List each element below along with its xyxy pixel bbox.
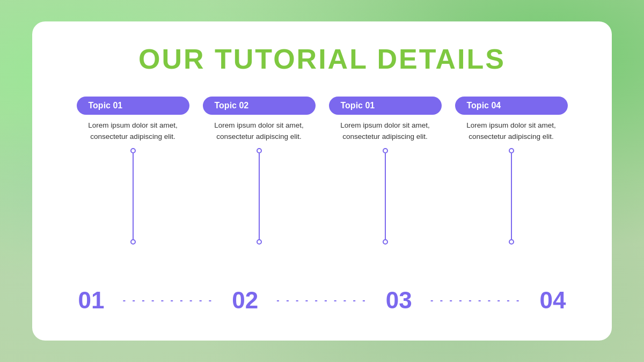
vline-1 — [133, 153, 134, 239]
timeline-num-4: 04 — [531, 287, 574, 314]
topic-col-3: Topic 01 Lorem ipsum dolor sit amet, con… — [329, 91, 442, 282]
main-card: OUR TUTORIAL DETAILS Topic 01 Lorem ipsu… — [32, 21, 612, 341]
connector-2 — [257, 148, 262, 282]
topic-col-2: Topic 02 Lorem ipsum dolor sit amet, con… — [203, 91, 316, 282]
connector-4 — [509, 148, 514, 282]
page-title: OUR TUTORIAL DETAILS — [138, 43, 506, 75]
dot-bottom-4 — [509, 239, 514, 245]
topic-badge-1: Topic 01 — [77, 97, 189, 115]
dot-top-1 — [130, 148, 136, 153]
dash-1: - - - - - - - - - - — [113, 295, 224, 305]
main-content: Topic 01 Lorem ipsum dolor sit amet, con… — [64, 91, 580, 319]
timeline-num-3: 03 — [377, 287, 420, 314]
topic-badge-3: Topic 01 — [329, 97, 442, 115]
dot-bottom-3 — [383, 239, 388, 245]
topic-col-4: Topic 04 Lorem ipsum dolor sit amet, con… — [455, 91, 568, 282]
topic-desc-4: Lorem ipsum dolor sit amet, consectetur … — [455, 120, 568, 143]
vline-4 — [511, 153, 512, 239]
dot-bottom-1 — [130, 239, 136, 245]
dash-2: - - - - - - - - - - — [267, 295, 378, 305]
connector-3 — [383, 148, 388, 282]
topic-col-1: Topic 01 Lorem ipsum dolor sit amet, con… — [77, 91, 189, 282]
vline-3 — [385, 153, 386, 239]
topic-desc-2: Lorem ipsum dolor sit amet, consectetur … — [203, 120, 316, 143]
topic-desc-3: Lorem ipsum dolor sit amet, consectetur … — [329, 120, 442, 143]
timeline-num-1: 01 — [70, 287, 113, 314]
vline-2 — [259, 153, 260, 239]
topic-desc-1: Lorem ipsum dolor sit amet, consectetur … — [77, 120, 189, 143]
dot-top-2 — [257, 148, 262, 153]
topic-badge-2: Topic 02 — [203, 97, 316, 115]
dot-top-3 — [383, 148, 388, 153]
timeline-num-2: 02 — [224, 287, 267, 314]
connector-1 — [130, 148, 136, 282]
dot-bottom-2 — [257, 239, 262, 245]
topic-badge-4: Topic 04 — [455, 97, 568, 115]
dot-top-4 — [509, 148, 514, 153]
dash-3: - - - - - - - - - - — [420, 295, 531, 305]
